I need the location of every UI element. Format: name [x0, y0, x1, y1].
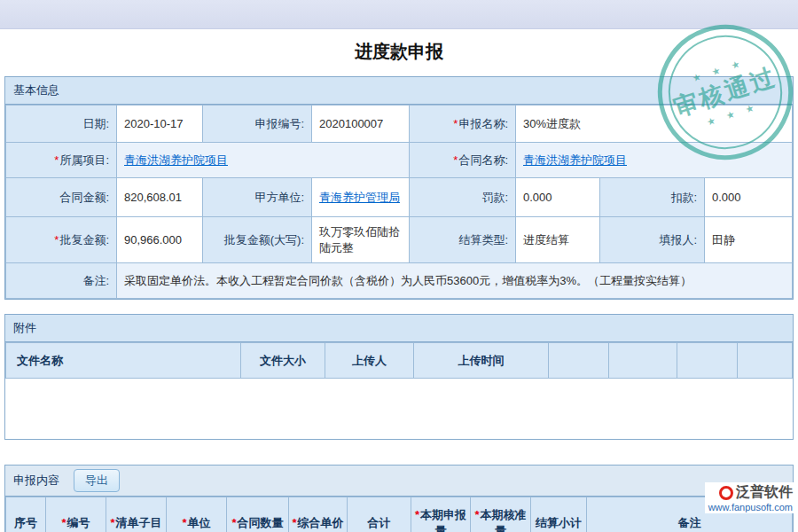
contract-name-label: *合同名称:	[410, 143, 516, 178]
declaration-col-settlement-subtotal: 结算小计	[531, 497, 587, 532]
required-asterisk: *	[474, 508, 479, 521]
party-a-value: 青海养护管理局	[312, 178, 410, 217]
attachments-col-empty	[738, 343, 793, 379]
preparer-value: 田静	[705, 217, 793, 263]
attachments-col-empty	[549, 343, 609, 379]
approved-amount-capital-value: 玖万零玖佰陆拾陆元整	[312, 217, 410, 263]
declaration-col-unit-price: *综合单价	[289, 497, 348, 532]
party-a-link[interactable]: 青海养护管理局	[319, 191, 400, 204]
required-asterisk: *	[54, 153, 59, 167]
required-asterisk: *	[231, 516, 236, 529]
date-value: 2020-10-17	[117, 106, 203, 143]
required-asterisk: *	[292, 516, 296, 529]
attachments-col-file-size: 文件大小	[241, 343, 325, 379]
penalty-label: 罚款:	[410, 178, 516, 217]
required-asterisk: *	[415, 508, 419, 521]
contract-amount-value: 820,608.01	[117, 178, 203, 217]
page-title: 进度款申报	[0, 40, 798, 64]
attachments-section-title: 附件	[5, 315, 793, 342]
declaration-col-list-item: *清单子目	[106, 497, 167, 532]
declaration-no-value: 2020100007	[312, 106, 410, 143]
remark-label: 备注:	[6, 263, 117, 299]
basic-info-section: 基本信息 日期: 2020-10-17 申报编号: 2020100007 *申报…	[4, 76, 794, 300]
top-bar	[0, 0, 798, 29]
attachments-col-uploader: 上传人	[325, 343, 414, 379]
required-asterisk: *	[453, 117, 458, 130]
approved-amount-capital-label: 批复金额(大写):	[203, 217, 312, 263]
penalty-value: 0.000	[516, 178, 600, 217]
approved-amount-value: 90,966.000	[117, 217, 203, 263]
required-asterisk: *	[61, 516, 66, 529]
preparer-label: 填报人:	[600, 217, 705, 263]
required-asterisk: *	[110, 516, 114, 529]
required-asterisk: *	[453, 153, 458, 167]
declaration-section: 申报内容 导出 序号 *编号 *清单子目 *单位 *合同数量 *综合单价 合计 …	[4, 465, 794, 532]
project-value: 青海洪湖养护院项目	[117, 143, 410, 178]
declaration-table: 序号 *编号 *清单子目 *单位 *合同数量 *综合单价 合计 *本期申报量 *…	[5, 497, 793, 532]
declaration-col-seq: 序号	[6, 497, 46, 532]
basic-info-table: 日期: 2020-10-17 申报编号: 2020100007 *申报名称: 3…	[5, 105, 793, 299]
declaration-no-label: 申报编号:	[203, 106, 312, 143]
contract-name-value: 青海洪湖养护院项目	[516, 143, 793, 178]
attachments-section: 附件 文件名称 文件大小 上传人 上传时间	[4, 314, 794, 440]
attachments-empty-area	[5, 379, 793, 439]
basic-info-section-title: 基本信息	[5, 77, 793, 105]
contract-amount-label: 合同金额:	[6, 178, 117, 217]
declaration-col-unit: *单位	[167, 497, 227, 532]
required-asterisk: *	[182, 516, 186, 529]
vendor-logo-row: 泛普软件	[708, 483, 793, 502]
vendor-logo-site: www.fanpusoft.com	[708, 502, 793, 512]
deduction-label: 扣款:	[600, 178, 705, 217]
party-a-label: 甲方单位:	[203, 178, 312, 217]
attachments-col-empty	[677, 343, 738, 379]
export-button[interactable]: 导出	[74, 469, 120, 492]
declaration-col-current-approved: *本期核准量	[471, 497, 531, 532]
attachments-col-file-name: 文件名称	[6, 343, 241, 379]
contract-name-link[interactable]: 青海洪湖养护院项目	[523, 153, 627, 167]
declaration-col-total: 合计	[348, 497, 411, 532]
declaration-name-value: 30%进度款	[516, 106, 793, 143]
remark-value: 采取固定单价法。本收入工程暂定合同价款（含税价）为人民币53600元，增值税率为…	[117, 263, 793, 299]
declaration-col-code: *编号	[46, 497, 106, 532]
project-label: *所属项目:	[6, 143, 117, 178]
required-asterisk: *	[54, 233, 59, 246]
approved-amount-label: *批复金额:	[6, 217, 117, 263]
date-label: 日期:	[6, 106, 117, 143]
declaration-name-label: *申报名称:	[410, 106, 516, 143]
project-link[interactable]: 青海洪湖养护院项目	[124, 153, 228, 167]
attachments-col-empty	[609, 343, 677, 379]
vendor-logo: 泛普软件 www.fanpusoft.com	[705, 482, 796, 513]
declaration-section-header: 申报内容 导出	[5, 466, 793, 497]
settlement-type-value: 进度结算	[516, 217, 600, 263]
vendor-logo-icon	[719, 486, 733, 500]
declaration-section-title: 申报内容	[13, 473, 59, 489]
declaration-col-current-declared: *本期申报量	[411, 497, 471, 532]
settlement-type-label: 结算类型:	[410, 217, 516, 263]
vendor-logo-name: 泛普软件	[736, 483, 793, 502]
attachments-table: 文件名称 文件大小 上传人 上传时间	[5, 342, 793, 379]
deduction-value: 0.000	[705, 178, 793, 217]
page: 进度款申报 ★ ★ ★ 审核通过 ★ ★ ★ 基本信息 日期: 2020-10-…	[0, 0, 798, 532]
attachments-col-upload-time: 上传时间	[414, 343, 549, 379]
declaration-col-contract-qty: *合同数量	[227, 497, 289, 532]
